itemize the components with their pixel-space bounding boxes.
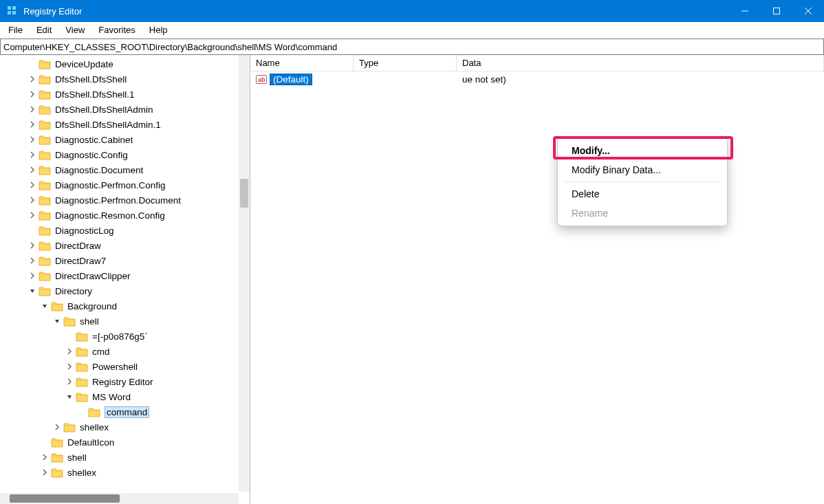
tree-expander-icon[interactable] [28,271,37,281]
tree-item[interactable]: shell [0,314,239,329]
list-row[interactable]: (Default)ue not set) [250,72,824,87]
tree-item[interactable]: DirectDraw [0,238,239,253]
column-data[interactable]: Data [457,55,824,71]
tree-expander-icon[interactable] [28,241,37,250]
folder-icon [76,377,88,387]
tree-expander-icon[interactable] [40,452,50,462]
tree-expander-icon[interactable] [28,286,37,296]
tree-item[interactable]: Powershell [0,359,239,374]
folder-icon [39,120,51,130]
context-menu-rename: Rename [558,204,727,223]
tree-item-label: DfsShell.DfsShellAdmin [54,104,155,116]
minimize-button[interactable] [729,0,761,22]
tree-item[interactable]: shell [0,450,239,465]
tree-item-label: DfsShell.DfsShell [54,74,128,85]
tree-item[interactable]: DefaultIcon [0,435,239,450]
tree-item-label: DfsShell.DfsShell.1 [54,89,136,100]
tree-item-label: Background [66,300,118,312]
menu-favorites[interactable]: Favorites [91,23,142,36]
tree-item[interactable]: DirectDrawClipper [0,268,239,283]
tree-item[interactable]: command [0,404,239,419]
tree-item[interactable]: DiagnosticLog [0,223,239,238]
tree-item[interactable]: Diagnostic.Resmon.Config [0,208,239,223]
tree-item[interactable]: MS Word [0,389,239,404]
tree-view[interactable]: DeviceUpdateDfsShell.DfsShellDfsShell.Df… [0,55,239,492]
tree-item-label: shellex [66,467,98,479]
tree-expander-icon[interactable] [52,316,62,326]
tree-expander-icon[interactable] [65,347,74,356]
tree-vertical-scrollbar[interactable] [239,55,250,492]
tree-item-label: Directory [54,285,94,297]
column-type[interactable]: Type [354,55,457,71]
folder-icon [39,74,51,85]
tree-item[interactable]: DfsShell.DfsShellAdmin [0,102,239,117]
close-button[interactable] [792,0,824,22]
tree-item[interactable]: Diagnostic.Perfmon.Config [0,177,239,193]
scrollbar-thumb[interactable] [10,494,120,503]
tree-item[interactable]: Diagnostic.Cabinet [0,132,239,147]
menu-file[interactable]: File [1,23,30,36]
address-bar[interactable]: Computer\HKEY_CLASSES_ROOT\Directory\Bac… [0,39,824,55]
list-body[interactable]: (Default)ue not set) [250,72,824,87]
tree-item[interactable]: DeviceUpdate [0,56,239,72]
svg-rect-5 [774,8,780,14]
tree-expander-icon[interactable] [28,180,37,190]
tree-item[interactable]: DfsShell.DfsShell [0,72,239,87]
tree-expander-icon[interactable] [28,195,37,205]
tree-expander-icon[interactable] [28,210,37,220]
context-menu-modify[interactable]: Modify... [558,141,727,160]
tree-expander-icon[interactable] [28,105,37,114]
tree-item[interactable]: shellex [0,419,239,435]
tree-item[interactable]: cmd [0,344,239,359]
menu-edit[interactable]: Edit [30,23,58,36]
tree-item[interactable]: shellex [0,465,239,480]
tree-item[interactable]: Diagnostic.Perfmon.Document [0,193,239,208]
tree-item[interactable]: Diagnostic.Config [0,147,239,162]
tree-item-label: Diagnostic.Cabinet [54,134,134,146]
maximize-button[interactable] [761,0,792,22]
tree-item[interactable]: Registry Editor [0,374,239,389]
tree-expander-icon[interactable] [28,74,37,84]
tree-item[interactable]: Background [0,298,239,314]
context-menu-modify-binary[interactable]: Modify Binary Data... [558,160,727,179]
tree-item-label: shell [66,452,88,463]
tree-expander-icon[interactable] [28,256,37,265]
folder-icon [39,165,51,175]
tree-expander-icon[interactable] [40,468,50,477]
menu-help[interactable]: Help [142,23,175,36]
svg-rect-3 [12,11,16,14]
tree-item[interactable]: DirectDraw7 [0,253,239,268]
folder-icon [76,362,88,372]
tree-expander-icon[interactable] [65,377,74,386]
scrollbar-thumb[interactable] [240,179,248,208]
tree-expander-icon[interactable] [28,150,37,160]
tree-item[interactable]: DfsShell.DfsShell.1 [0,87,239,102]
tree-item[interactable]: Directory [0,283,239,298]
tree-item-label: command [105,406,149,418]
tree-expander-icon[interactable] [28,89,37,99]
tree-item[interactable]: Diagnostic.Document [0,162,239,177]
tree-item-label: DirectDraw7 [54,255,107,267]
tree-expander-icon[interactable] [28,120,37,129]
tree-item[interactable]: DfsShell.DfsShellAdmin.1 [0,117,239,132]
tree-item[interactable]: =[-p0o876g5` [0,329,239,344]
tree-expander-icon[interactable] [28,135,37,144]
tree-item-label: MS Word [91,391,132,403]
tree-item-label: Diagnostic.Document [54,164,144,176]
tree-expander-icon[interactable] [40,301,50,311]
menu-view[interactable]: View [58,23,91,36]
context-menu-delete[interactable]: Delete [558,184,727,204]
tree-horizontal-scrollbar[interactable] [0,493,239,504]
column-name[interactable]: Name [250,55,354,71]
tree-expander-icon[interactable] [52,422,62,432]
folder-icon [39,89,51,100]
folder-icon [39,180,51,190]
tree-item-label: DiagnosticLog [54,225,116,237]
svg-rect-0 [8,6,11,10]
tree-item-label: cmd [91,346,111,358]
tree-expander-icon[interactable] [28,165,37,175]
string-value-icon [256,74,267,85]
svg-rect-2 [8,11,11,14]
tree-expander-icon[interactable] [65,362,74,371]
tree-expander-icon[interactable] [65,392,74,402]
